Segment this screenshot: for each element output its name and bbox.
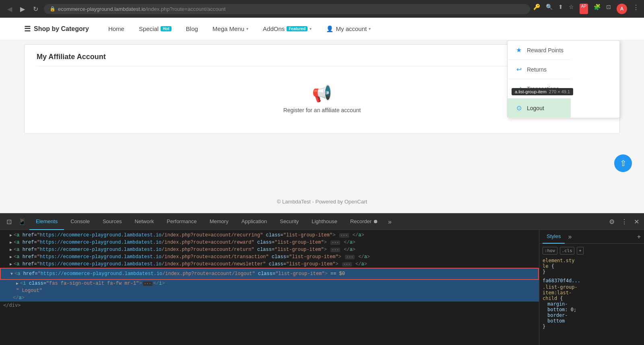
affiliate-register-text[interactable]: Register for an affiliate account (283, 107, 361, 113)
tooltip-wrapper: ★ Reward Points ↩ Returns ⇄ Transactions… (508, 41, 571, 118)
elements-panel[interactable]: ▶ <a href="https://ecommerce-playground.… (0, 230, 539, 345)
devtools-more-icon[interactable]: ⋮ (619, 216, 629, 227)
returns-icon: ↩ (515, 66, 523, 73)
ellipsis-1[interactable]: ··· (339, 233, 349, 238)
nav-addons[interactable]: AddOns Featured ▾ (256, 18, 319, 40)
sidebar-item-logout[interactable]: ⊙ Logout (508, 99, 571, 118)
footer-text: © LambdaTest - Powered by OpenCart (277, 199, 367, 205)
scroll-top-button[interactable]: ⇧ (614, 154, 632, 172)
nav-mega-menu[interactable]: Mega Menu ▾ (205, 18, 256, 40)
share-icon[interactable]: ⬆ (558, 4, 563, 14)
lock-icon: 🔒 (50, 6, 56, 12)
tab-performance[interactable]: Performance (160, 214, 203, 230)
closing-div-line: </div> (0, 302, 539, 309)
tab-console-label: Console (70, 218, 90, 224)
expand-arrow-1[interactable]: ▶ (10, 233, 12, 238)
bookmark-icon[interactable]: ☆ (569, 4, 574, 14)
hash-style-rule: fa68370f4d... .list-group- item:last- ch… (543, 278, 641, 329)
styles-panel: Styles » + :hov .cls + element.sty le { … (539, 230, 644, 345)
search-browser-icon[interactable]: 🔍 (546, 4, 553, 14)
devtools-settings-icon[interactable]: ⚙ (607, 216, 616, 227)
nav-my-account-label: My account (336, 25, 367, 32)
menu-dots-icon[interactable]: ⋮ (633, 4, 639, 14)
list-item-selector: .list-group- (543, 284, 578, 290)
tab-lighthouse[interactable]: Lighthouse (305, 214, 344, 230)
selected-code-line: ▼ <a href="https://ecommerce-playground.… (0, 268, 539, 280)
nav-mega-menu-label: Mega Menu (213, 25, 244, 32)
abp-badge[interactable]: AP (580, 4, 588, 14)
site-header: ☰ Shop by Category Home Special Hot Blog… (0, 18, 644, 40)
user-avatar[interactable]: A (617, 4, 627, 14)
expand-arrow-5[interactable]: ▶ (10, 262, 12, 267)
ellipsis-2[interactable]: ··· (330, 240, 340, 245)
devtools-close-icon[interactable]: ✕ (632, 216, 641, 227)
code-line-5: ▶ <a href="https://ecommerce-playground.… (0, 261, 539, 268)
selected-inner-line-2: " Logout" (0, 287, 539, 294)
split-view-icon[interactable]: ⊡ (606, 4, 611, 14)
ellipsis-5[interactable]: ··· (342, 262, 352, 267)
plus-pseudo-btn[interactable]: + (577, 247, 584, 255)
devtools-panel: ⊡ 📱 Elements Console Sources Network Per… (0, 213, 644, 345)
devtools-main: ▶ <a href="https://ecommerce-playground.… (0, 230, 644, 345)
nav-home-label: Home (108, 25, 124, 32)
tab-sources[interactable]: Sources (96, 214, 128, 230)
reward-points-icon: ★ (515, 46, 523, 54)
styles-topbar: Styles » + (539, 230, 644, 244)
ellipsis-3[interactable]: ··· (330, 248, 340, 252)
devtools-device-icon[interactable]: 📱 (15, 216, 29, 227)
tab-elements[interactable]: Elements (29, 214, 64, 230)
reload-button[interactable]: ↻ (31, 4, 41, 14)
devtools-tab-more[interactable]: » (385, 218, 395, 226)
code-line-1: ▶ <a href="https://ecommerce-playground.… (0, 232, 539, 239)
sidebar-logout-label: Logout (527, 105, 544, 111)
tab-memory[interactable]: Memory (203, 214, 235, 230)
browser-chrome: ◀ ▶ ↻ 🔒 ecommerce-playground.lambdatest.… (0, 0, 644, 18)
expand-arrow-2[interactable]: ▶ (10, 240, 12, 245)
sidebar-item-returns[interactable]: ↩ Returns (508, 60, 571, 79)
back-button[interactable]: ◀ (5, 4, 14, 14)
styles-tab-more-icon[interactable]: » (568, 233, 572, 240)
nav-blog[interactable]: Blog (179, 18, 205, 40)
tab-recorder-label: Recorder ⏺ (350, 218, 378, 224)
nav-my-account[interactable]: 👤 My account ▾ (319, 18, 378, 40)
nav-special[interactable]: Special Hot (132, 18, 179, 40)
tab-network-label: Network (135, 218, 154, 224)
address-bar[interactable]: 🔒 ecommerce-playground.lambdatest.io/ind… (44, 4, 530, 14)
nav-blog-label: Blog (186, 25, 198, 32)
expand-arrow-4[interactable]: ▶ (10, 255, 12, 259)
tab-application-label: Application (242, 218, 267, 224)
tab-console[interactable]: Console (64, 214, 96, 230)
site-nav: Home Special Hot Blog Mega Menu ▾ AddOns… (101, 18, 620, 40)
styles-plus-button[interactable]: + (637, 233, 641, 240)
expand-arrow-3[interactable]: ▶ (10, 247, 12, 252)
inner-expand-1[interactable]: ▶ (16, 281, 19, 286)
nav-addons-label: AddOns (263, 25, 285, 32)
hov-pseudo-btn[interactable]: :hov (543, 247, 557, 255)
site-footer: © LambdaTest - Powered by OpenCart (0, 192, 644, 213)
tooltip-element-name: a.list-group-item (515, 89, 547, 94)
ellipsis-icon[interactable]: ··· (143, 281, 153, 286)
element-style-rule: element.sty le { } (543, 258, 641, 275)
tab-recorder[interactable]: Recorder ⏺ (344, 214, 385, 230)
devtools-inspect-icon[interactable]: ⊡ (3, 216, 15, 227)
sidebar-item-reward-points[interactable]: ★ Reward Points (508, 41, 571, 60)
tab-security[interactable]: Security (273, 214, 305, 230)
code-line-2: ▶ <a href="https://ecommerce-playground.… (0, 239, 539, 246)
nav-home[interactable]: Home (101, 18, 132, 40)
chevron-up-icon: ⇧ (620, 158, 627, 168)
addons-dropdown-icon: ▾ (310, 27, 312, 31)
selected-expand-arrow[interactable]: ▼ (10, 272, 13, 276)
account-dropdown-icon: ▾ (369, 27, 371, 31)
styles-tab[interactable]: Styles (543, 230, 565, 244)
extensions-icon[interactable]: 🧩 (594, 4, 601, 14)
ellipsis-4[interactable]: ··· (345, 255, 355, 259)
key-icon[interactable]: 🔑 (533, 4, 540, 14)
tab-network[interactable]: Network (128, 214, 161, 230)
tab-lighthouse-label: Lighthouse (312, 218, 337, 224)
forward-button[interactable]: ▶ (18, 4, 27, 14)
logout-icon: ⊙ (515, 104, 523, 112)
cls-pseudo-btn[interactable]: .cls (560, 247, 575, 255)
shop-by-category-nav[interactable]: ☰ Shop by Category (24, 25, 89, 33)
tab-application[interactable]: Application (235, 214, 274, 230)
tab-memory-label: Memory (210, 218, 229, 224)
